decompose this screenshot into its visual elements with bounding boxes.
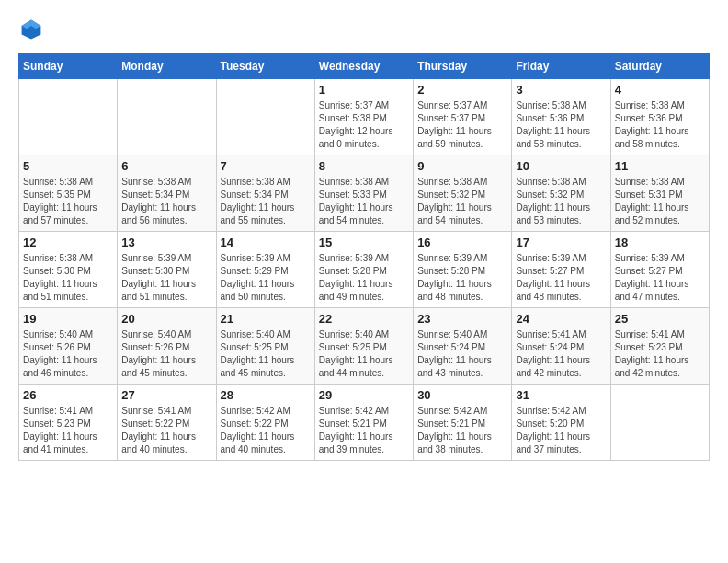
calendar-cell: 3Sunrise: 5:38 AMSunset: 5:36 PMDaylight… bbox=[512, 79, 610, 155]
calendar-cell: 29Sunrise: 5:42 AMSunset: 5:21 PMDayligh… bbox=[314, 385, 413, 461]
weekday-header-wednesday: Wednesday bbox=[314, 54, 413, 79]
day-info: Sunrise: 5:42 AMSunset: 5:20 PMDaylight:… bbox=[516, 405, 606, 456]
calendar-header-row: SundayMondayTuesdayWednesdayThursdayFrid… bbox=[19, 54, 710, 79]
calendar-cell: 27Sunrise: 5:41 AMSunset: 5:22 PMDayligh… bbox=[118, 385, 216, 461]
day-number: 9 bbox=[417, 159, 507, 173]
day-number: 7 bbox=[221, 159, 311, 173]
calendar-cell: 9Sunrise: 5:38 AMSunset: 5:32 PMDaylight… bbox=[414, 155, 512, 232]
day-info: Sunrise: 5:37 AMSunset: 5:38 PMDaylight:… bbox=[319, 99, 409, 151]
day-info: Sunrise: 5:38 AMSunset: 5:36 PMDaylight:… bbox=[615, 99, 705, 151]
day-number: 5 bbox=[23, 159, 113, 173]
calendar-cell: 28Sunrise: 5:42 AMSunset: 5:22 PMDayligh… bbox=[216, 385, 314, 461]
day-info: Sunrise: 5:41 AMSunset: 5:22 PMDaylight:… bbox=[121, 405, 211, 456]
day-info: Sunrise: 5:40 AMSunset: 5:26 PMDaylight:… bbox=[23, 328, 113, 380]
day-info: Sunrise: 5:40 AMSunset: 5:25 PMDaylight:… bbox=[221, 328, 311, 380]
day-info: Sunrise: 5:38 AMSunset: 5:32 PMDaylight:… bbox=[417, 176, 507, 227]
calendar-table: SundayMondayTuesdayWednesdayThursdayFrid… bbox=[18, 53, 710, 461]
calendar-cell: 23Sunrise: 5:40 AMSunset: 5:24 PMDayligh… bbox=[414, 308, 512, 385]
calendar-cell: 15Sunrise: 5:39 AMSunset: 5:28 PMDayligh… bbox=[314, 232, 413, 308]
day-number: 21 bbox=[221, 312, 311, 326]
calendar-cell: 2Sunrise: 5:37 AMSunset: 5:37 PMDaylight… bbox=[414, 79, 512, 155]
day-number: 12 bbox=[23, 236, 113, 249]
logo bbox=[18, 18, 42, 44]
calendar-cell: 14Sunrise: 5:39 AMSunset: 5:29 PMDayligh… bbox=[216, 232, 314, 308]
weekday-header-monday: Monday bbox=[118, 54, 216, 79]
day-number: 11 bbox=[615, 159, 705, 173]
day-number: 27 bbox=[121, 388, 211, 402]
day-number: 31 bbox=[516, 388, 606, 402]
day-number: 6 bbox=[121, 159, 211, 173]
weekday-header-saturday: Saturday bbox=[610, 54, 709, 79]
calendar-cell: 10Sunrise: 5:38 AMSunset: 5:32 PMDayligh… bbox=[512, 155, 610, 232]
calendar-cell: 25Sunrise: 5:41 AMSunset: 5:23 PMDayligh… bbox=[610, 308, 709, 385]
day-number: 2 bbox=[417, 83, 507, 97]
calendar-cell bbox=[216, 79, 314, 155]
calendar-cell: 21Sunrise: 5:40 AMSunset: 5:25 PMDayligh… bbox=[216, 308, 314, 385]
day-number: 10 bbox=[516, 159, 606, 173]
weekday-header-thursday: Thursday bbox=[414, 54, 512, 79]
calendar-cell: 26Sunrise: 5:41 AMSunset: 5:23 PMDayligh… bbox=[19, 385, 118, 461]
calendar-cell: 8Sunrise: 5:38 AMSunset: 5:33 PMDaylight… bbox=[314, 155, 413, 232]
logo-icon bbox=[20, 18, 42, 40]
day-number: 13 bbox=[121, 236, 211, 249]
day-info: Sunrise: 5:40 AMSunset: 5:24 PMDaylight:… bbox=[417, 328, 507, 380]
calendar-cell: 12Sunrise: 5:38 AMSunset: 5:30 PMDayligh… bbox=[19, 232, 118, 308]
day-info: Sunrise: 5:41 AMSunset: 5:23 PMDaylight:… bbox=[23, 405, 113, 456]
day-number: 23 bbox=[417, 312, 507, 326]
calendar-cell: 1Sunrise: 5:37 AMSunset: 5:38 PMDaylight… bbox=[314, 79, 413, 155]
day-info: Sunrise: 5:38 AMSunset: 5:33 PMDaylight:… bbox=[319, 176, 409, 227]
day-info: Sunrise: 5:38 AMSunset: 5:36 PMDaylight:… bbox=[516, 99, 606, 151]
day-info: Sunrise: 5:39 AMSunset: 5:29 PMDaylight:… bbox=[221, 252, 311, 304]
day-info: Sunrise: 5:38 AMSunset: 5:30 PMDaylight:… bbox=[23, 252, 113, 304]
day-number: 17 bbox=[516, 236, 606, 249]
weekday-header-sunday: Sunday bbox=[19, 54, 118, 79]
calendar-week-2: 5Sunrise: 5:38 AMSunset: 5:35 PMDaylight… bbox=[19, 155, 710, 232]
day-number: 22 bbox=[319, 312, 409, 326]
day-number: 30 bbox=[417, 388, 507, 402]
day-number: 15 bbox=[319, 236, 409, 249]
day-info: Sunrise: 5:39 AMSunset: 5:30 PMDaylight:… bbox=[121, 252, 211, 304]
day-number: 25 bbox=[615, 312, 705, 326]
day-number: 19 bbox=[23, 312, 113, 326]
day-number: 16 bbox=[417, 236, 507, 249]
day-number: 20 bbox=[121, 312, 211, 326]
calendar-cell: 4Sunrise: 5:38 AMSunset: 5:36 PMDaylight… bbox=[610, 79, 709, 155]
day-info: Sunrise: 5:42 AMSunset: 5:21 PMDaylight:… bbox=[417, 405, 507, 456]
calendar-week-5: 26Sunrise: 5:41 AMSunset: 5:23 PMDayligh… bbox=[19, 385, 710, 461]
calendar-cell: 19Sunrise: 5:40 AMSunset: 5:26 PMDayligh… bbox=[19, 308, 118, 385]
day-number: 28 bbox=[221, 388, 311, 402]
day-info: Sunrise: 5:38 AMSunset: 5:31 PMDaylight:… bbox=[615, 176, 705, 227]
day-number: 29 bbox=[319, 388, 409, 402]
weekday-header-tuesday: Tuesday bbox=[216, 54, 314, 79]
day-info: Sunrise: 5:39 AMSunset: 5:28 PMDaylight:… bbox=[417, 252, 507, 304]
day-info: Sunrise: 5:37 AMSunset: 5:37 PMDaylight:… bbox=[417, 99, 507, 151]
calendar-cell: 5Sunrise: 5:38 AMSunset: 5:35 PMDaylight… bbox=[19, 155, 118, 232]
day-number: 1 bbox=[319, 83, 409, 97]
calendar-week-1: 1Sunrise: 5:37 AMSunset: 5:38 PMDaylight… bbox=[19, 79, 710, 155]
day-info: Sunrise: 5:41 AMSunset: 5:23 PMDaylight:… bbox=[615, 328, 705, 380]
calendar-cell bbox=[118, 79, 216, 155]
day-number: 26 bbox=[23, 388, 113, 402]
weekday-header-friday: Friday bbox=[512, 54, 610, 79]
day-info: Sunrise: 5:40 AMSunset: 5:26 PMDaylight:… bbox=[121, 328, 211, 380]
day-info: Sunrise: 5:40 AMSunset: 5:25 PMDaylight:… bbox=[319, 328, 409, 380]
calendar-cell: 13Sunrise: 5:39 AMSunset: 5:30 PMDayligh… bbox=[118, 232, 216, 308]
day-number: 4 bbox=[615, 83, 705, 97]
calendar-cell: 24Sunrise: 5:41 AMSunset: 5:24 PMDayligh… bbox=[512, 308, 610, 385]
calendar-cell bbox=[19, 79, 118, 155]
calendar-cell: 7Sunrise: 5:38 AMSunset: 5:34 PMDaylight… bbox=[216, 155, 314, 232]
day-info: Sunrise: 5:39 AMSunset: 5:27 PMDaylight:… bbox=[615, 252, 705, 304]
day-info: Sunrise: 5:39 AMSunset: 5:27 PMDaylight:… bbox=[516, 252, 606, 304]
calendar-cell: 17Sunrise: 5:39 AMSunset: 5:27 PMDayligh… bbox=[512, 232, 610, 308]
day-number: 14 bbox=[221, 236, 311, 249]
calendar-cell: 30Sunrise: 5:42 AMSunset: 5:21 PMDayligh… bbox=[414, 385, 512, 461]
calendar-cell: 31Sunrise: 5:42 AMSunset: 5:20 PMDayligh… bbox=[512, 385, 610, 461]
day-number: 3 bbox=[516, 83, 606, 97]
day-info: Sunrise: 5:38 AMSunset: 5:35 PMDaylight:… bbox=[23, 176, 113, 227]
page-header bbox=[18, 18, 710, 44]
day-number: 18 bbox=[615, 236, 705, 249]
calendar-week-4: 19Sunrise: 5:40 AMSunset: 5:26 PMDayligh… bbox=[19, 308, 710, 385]
calendar-cell: 16Sunrise: 5:39 AMSunset: 5:28 PMDayligh… bbox=[414, 232, 512, 308]
day-number: 24 bbox=[516, 312, 606, 326]
day-info: Sunrise: 5:42 AMSunset: 5:21 PMDaylight:… bbox=[319, 405, 409, 456]
